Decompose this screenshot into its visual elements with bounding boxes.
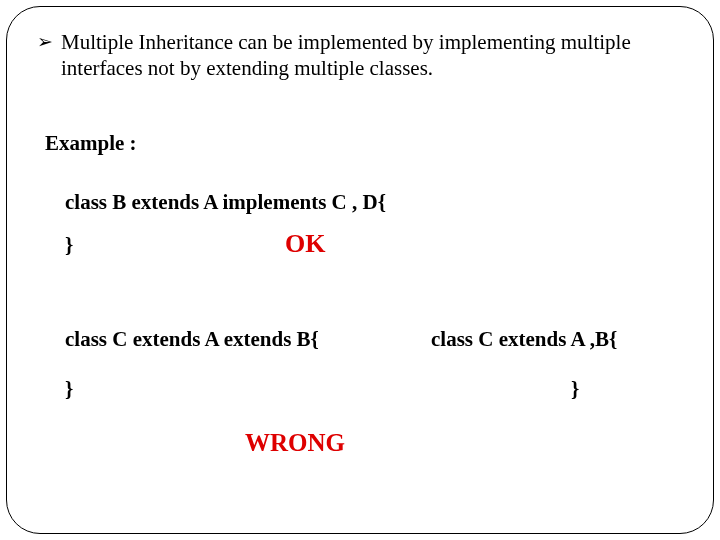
- bullet-symbol: ➢: [37, 30, 53, 54]
- wrong-closebraces-row: } }: [31, 377, 689, 407]
- code-declaration-wrong-left: class C extends A extends B{: [65, 327, 319, 352]
- example-heading: Example :: [45, 131, 689, 156]
- code-declaration-ok: class B extends A implements C , D{: [65, 190, 689, 215]
- bullet-item: ➢ Multiple Inheritance can be implemente…: [37, 29, 689, 81]
- close-brace-3: }: [571, 377, 579, 402]
- close-brace-2: }: [65, 377, 73, 402]
- slide-frame: ➢ Multiple Inheritance can be implemente…: [6, 6, 714, 534]
- wrong-label: WRONG: [245, 429, 689, 457]
- code-declaration-wrong-right: class C extends A ,B{: [431, 327, 617, 352]
- ok-label: OK: [285, 229, 325, 259]
- row-ok: } OK: [31, 233, 689, 267]
- wrong-declarations-row: class C extends A extends B{ class C ext…: [31, 327, 689, 357]
- bullet-text: Multiple Inheritance can be implemented …: [61, 29, 689, 81]
- close-brace-1: }: [65, 233, 73, 258]
